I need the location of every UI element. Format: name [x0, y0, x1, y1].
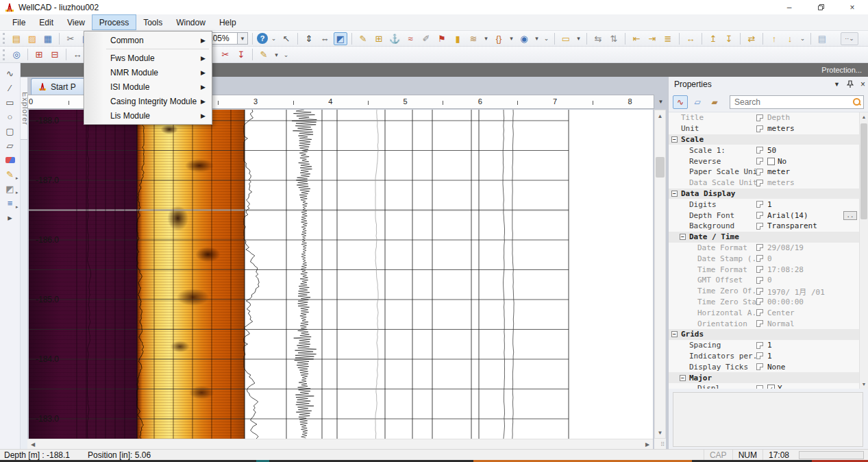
process-menu-item-common[interactable]: Common▶: [84, 33, 212, 47]
save-icon[interactable]: ▦: [41, 32, 55, 45]
protection-label[interactable]: Protection...: [821, 66, 862, 74]
property-value[interactable]: 1: [767, 341, 859, 350]
property-section-data-display[interactable]: −Data Display: [669, 189, 859, 199]
chevron-down-icon[interactable]: ▼: [656, 97, 666, 107]
close-icon[interactable]: ×: [860, 80, 865, 89]
property-value[interactable]: Arial(14)..: [767, 211, 859, 220]
property-row-orientation[interactable]: OrientationNormal: [669, 318, 859, 329]
line-tool-icon[interactable]: ∕: [3, 81, 18, 95]
property-value[interactable]: 1970/ 1月 /01: [767, 286, 859, 297]
property-value[interactable]: meter: [767, 167, 859, 176]
ellipse-tool-icon[interactable]: ○: [3, 110, 18, 124]
property-value[interactable]: 29/08/19: [767, 243, 859, 252]
anchor-icon[interactable]: ⚓: [388, 32, 401, 45]
property-value[interactable]: 00:00:00: [767, 297, 859, 306]
help-icon[interactable]: ?: [257, 33, 268, 44]
property-row-date-format[interactable]: Date Format29/08/19: [669, 243, 859, 254]
property-value-text[interactable]: meter: [767, 167, 790, 176]
eraser-tool-icon[interactable]: [3, 153, 18, 167]
property-row-digits[interactable]: Digits1: [669, 199, 859, 210]
scroll-up-icon[interactable]: ▲: [860, 112, 868, 121]
property-row-data-scale-unit[interactable]: Data Scale Unitmeters: [669, 178, 859, 189]
filter-log-properties-icon[interactable]: ∿: [673, 95, 688, 109]
property-value-text[interactable]: Center: [767, 308, 795, 317]
property-value-text[interactable]: 1: [767, 200, 772, 209]
dropdown-arrow-icon[interactable]: ▾: [575, 32, 582, 45]
property-value-text[interactable]: None: [767, 363, 786, 372]
property-value[interactable]: Center: [767, 308, 859, 317]
property-value-text[interactable]: 1: [767, 352, 772, 361]
fit-width-icon[interactable]: ⇔: [318, 32, 332, 45]
pointer-tool-icon[interactable]: ↖: [280, 32, 293, 45]
property-value-text[interactable]: meters: [767, 178, 795, 187]
property-value[interactable]: Depth: [767, 113, 859, 122]
checkbox-unchecked[interactable]: [767, 158, 775, 165]
property-value-text[interactable]: 0: [767, 276, 772, 284]
properties-scrollbar[interactable]: ▲ ▼: [859, 112, 868, 389]
fit-height-icon[interactable]: ⇕: [302, 32, 316, 45]
align-stack-icon[interactable]: ≣: [661, 32, 675, 45]
rounded-rect-tool-icon[interactable]: ▢: [3, 124, 18, 138]
layer-style-icon[interactable]: ▭: [559, 32, 573, 45]
scroll-down-icon[interactable]: ▼: [860, 380, 868, 389]
collapse-icon[interactable]: −: [671, 136, 678, 143]
property-value-text[interactable]: Transparent: [767, 221, 817, 230]
menu-item-help[interactable]: Help: [212, 14, 243, 30]
property-value-text[interactable]: 0: [767, 254, 772, 263]
property-section-grids[interactable]: −Grids: [669, 329, 859, 340]
process-menu-item-isi-module[interactable]: ISI Module▶: [84, 80, 212, 94]
property-section-major[interactable]: −Major: [669, 372, 859, 383]
chevron-down-icon[interactable]: ▼: [238, 32, 248, 45]
cross-section-icon[interactable]: ✂: [219, 48, 232, 61]
checkbox-checked[interactable]: ✓: [767, 385, 775, 389]
property-value[interactable]: ✓Y...: [767, 384, 859, 389]
dropdown-arrow-icon[interactable]: ▾: [273, 48, 280, 61]
scroll-left-icon[interactable]: ◀: [27, 439, 38, 450]
toolbar-overflow-icon[interactable]: ··⌄: [841, 32, 858, 45]
toolbar-grip[interactable]: [3, 49, 5, 60]
menu-item-view[interactable]: View: [60, 14, 92, 30]
search-input[interactable]: [733, 97, 853, 108]
vertical-scrollbar[interactable]: ▲ ▼: [654, 110, 666, 439]
sort-ascending-icon[interactable]: ↑: [767, 32, 781, 45]
property-value[interactable]: 50: [767, 146, 859, 155]
property-row-displ-[interactable]: Displ...✓Y...: [669, 383, 859, 389]
menu-item-tools[interactable]: Tools: [136, 14, 169, 30]
expand-toolbar-icon[interactable]: ▸: [3, 210, 18, 225]
well-marker-icon[interactable]: ⚑: [435, 32, 449, 45]
collapse-icon[interactable]: −: [671, 191, 678, 197]
new-document-icon[interactable]: ▤: [10, 32, 23, 45]
property-value-text[interactable]: Y...: [778, 384, 796, 389]
property-value-text[interactable]: No: [778, 157, 786, 166]
collapse-icon[interactable]: −: [680, 375, 686, 381]
open-folder-icon[interactable]: ▨: [25, 32, 39, 45]
menu-item-window[interactable]: Window: [169, 14, 212, 30]
property-row-paper-scale-unit[interactable]: Paper Scale Unitmeter: [669, 167, 859, 178]
property-row-indicators-per-[interactable]: Indicators per...1: [669, 351, 859, 362]
collapse-icon[interactable]: −: [671, 331, 678, 337]
report-icon[interactable]: ▤: [815, 32, 829, 45]
depth-tool-icon[interactable]: ↧: [234, 48, 248, 61]
scrollbar-thumb[interactable]: [656, 157, 665, 178]
category-view-icon[interactable]: ▱: [690, 95, 705, 109]
property-section-date-time[interactable]: −Date / Time: [669, 232, 859, 243]
property-value[interactable]: 1: [767, 352, 859, 361]
fit-range-icon[interactable]: ↔: [71, 48, 84, 61]
process-menu-item-casing-integrity-module[interactable]: Casing Integrity Module▶: [84, 94, 212, 108]
column-height-icon[interactable]: ⇅: [607, 32, 621, 45]
property-section-scale[interactable]: −Scale: [669, 134, 859, 145]
scroll-right-icon[interactable]: ▶: [642, 439, 653, 450]
property-value-text[interactable]: 17:08:28: [767, 265, 804, 274]
polygon-tool-icon[interactable]: ▱: [3, 138, 18, 153]
lithology-icon[interactable]: ≋: [467, 32, 480, 45]
property-row-reverse[interactable]: ReverseNo: [669, 156, 859, 167]
chevron-down-icon[interactable]: ▼: [834, 81, 840, 88]
scrollbar-thumb[interactable]: [860, 123, 867, 219]
property-row-title[interactable]: TitleDepth: [669, 112, 859, 123]
process-menu-item-lis-module[interactable]: Lis Module▶: [84, 108, 212, 123]
property-value[interactable]: 0: [767, 276, 859, 284]
property-value-text[interactable]: Normal: [767, 319, 795, 328]
edit-pad-icon[interactable]: ✎: [257, 48, 271, 61]
zoom-tool-icon[interactable]: ◎: [10, 48, 23, 61]
property-row-background[interactable]: BackgroundTransparent: [669, 221, 859, 232]
